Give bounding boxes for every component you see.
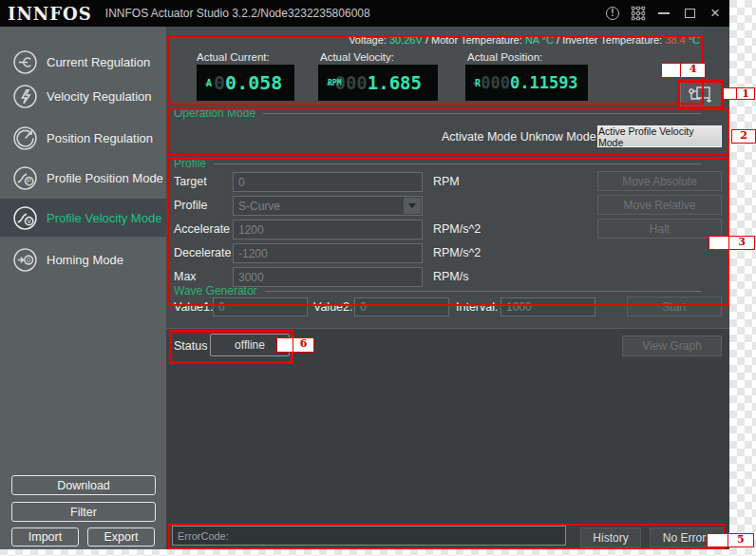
horizontal-divider: [166, 328, 729, 329]
halt-button[interactable]: Halt: [597, 219, 722, 239]
actual-current-display: -00.058A: [197, 65, 294, 101]
sidebar-item-profile-position-mode[interactable]: P Profile Position Mode: [0, 159, 166, 197]
actual-position-display: -0000.11593R: [465, 65, 588, 101]
velocity-regulation-icon: [12, 84, 38, 109]
sidebar: Current Regulation Velocity Regulation P…: [0, 27, 166, 549]
profile-position-mode-icon: P: [12, 165, 38, 191]
target-input[interactable]: 0: [233, 172, 423, 192]
max-unit: RPM/s: [433, 270, 469, 283]
svg-text:0: 0: [27, 256, 31, 264]
maximize-button[interactable]: [681, 5, 698, 22]
value2-input[interactable]: 0: [354, 297, 449, 316]
decelerate-unit: RPM/s^2: [433, 246, 481, 259]
operation-mode-title: Operation Mode: [174, 106, 255, 120]
accelerate-unit: RPM/s^2: [433, 222, 481, 236]
profile-title: Profile: [174, 157, 206, 170]
profile-velocity-mode-icon: V: [12, 205, 38, 231]
download-button[interactable]: Download: [11, 475, 156, 495]
grid-network-icon[interactable]: [630, 5, 647, 22]
position-regulation-icon: [12, 125, 38, 151]
graph-popup-icon: [687, 85, 715, 105]
wave-generator-section: Wave Generator: [174, 284, 701, 297]
decelerate-input[interactable]: -1200: [233, 243, 423, 263]
decelerate-label: Decelerate: [174, 246, 231, 259]
actual-current-label: Actual Current:: [197, 51, 270, 63]
annotation-label-4: 4: [661, 63, 706, 78]
view-graph-button[interactable]: View Graph: [622, 336, 722, 356]
value1-label: Value1:: [174, 300, 213, 314]
current-regulation-icon: [12, 49, 38, 75]
move-absolute-button[interactable]: Move Absolute: [597, 171, 722, 191]
import-button[interactable]: Import: [11, 527, 79, 546]
actual-velocity-display: -0001.685RPM: [318, 65, 438, 101]
app-window: INNFOS INNFOS Actuator Studio 3.2.2/Node…: [0, 0, 729, 549]
annotation-label-3: 3: [709, 236, 755, 250]
max-label: Max: [174, 270, 197, 283]
profile-section: Profile: [174, 157, 701, 170]
sidebar-item-profile-velocity-mode[interactable]: V Profile Velocity Mode: [0, 199, 166, 237]
export-button[interactable]: Export: [87, 527, 155, 546]
target-label: Target: [174, 175, 207, 188]
accelerate-label: Accelerate: [174, 222, 230, 236]
homing-mode-icon: 0: [12, 247, 38, 273]
operation-mode-section: Operation Mode: [174, 106, 701, 120]
history-button[interactable]: History: [580, 527, 641, 547]
close-button[interactable]: ×: [707, 5, 724, 22]
svg-text:P: P: [27, 177, 31, 185]
innfos-logo: INNFOS: [0, 4, 105, 24]
sidebar-item-current-regulation[interactable]: Current Regulation: [0, 43, 166, 81]
value2-label: Value2:: [313, 300, 352, 314]
minimize-button[interactable]: [655, 5, 672, 22]
status-label: Status: [174, 339, 207, 353]
telemetry-status-line: Voltage: 30.26V / Motor Temperature: NA …: [171, 34, 700, 46]
move-relative-button[interactable]: Move Relative: [597, 195, 722, 215]
annotation-label-5: 5: [707, 533, 754, 547]
voltage-value: 30.26V: [389, 34, 423, 46]
svg-text:V: V: [27, 217, 32, 225]
activate-mode-text: Activate Mode Unknow Mode: [442, 130, 596, 144]
motor-temperature-value: NA °C: [525, 34, 554, 46]
accelerate-input[interactable]: 1200: [233, 220, 423, 240]
screenshot-stage: INNFOS INNFOS Actuator Studio 3.2.2/Node…: [0, 0, 756, 556]
actual-velocity-label: Actual Velocity:: [320, 51, 394, 63]
chevron-down-icon: [404, 198, 421, 214]
profile-select[interactable]: S-Curve: [233, 196, 423, 216]
start-button[interactable]: Start: [627, 297, 722, 316]
sidebar-item-velocity-regulation[interactable]: Velocity Regulation: [0, 77, 166, 115]
target-unit: RPM: [433, 175, 460, 188]
interval-label: Interval:: [456, 300, 498, 314]
graph-popup-button[interactable]: [680, 82, 722, 108]
sidebar-item-homing-mode[interactable]: 0 Homing Mode: [0, 240, 166, 278]
active-profile-velocity-mode-button[interactable]: Active Profile Velocity Mode: [597, 125, 722, 147]
title-bar: INNFOS INNFOS Actuator Studio 3.2.2/Node…: [0, 0, 729, 27]
annotation-label-2: 2: [731, 129, 756, 144]
sidebar-item-position-regulation[interactable]: Position Regulation: [0, 119, 166, 157]
filter-button[interactable]: Filter: [11, 502, 156, 522]
value1-input[interactable]: 0: [213, 297, 308, 316]
wave-generator-title: Wave Generator: [174, 284, 257, 297]
window-title: INNFOS Actuator Studio 3.2.2/Node3232235…: [105, 7, 370, 20]
profile-label: Profile: [174, 199, 207, 212]
interval-input[interactable]: 1000: [501, 297, 595, 316]
actual-position-label: Actual Position:: [467, 51, 542, 63]
inverter-temperature-value: 38.4: [665, 34, 685, 46]
error-code-field[interactable]: [172, 526, 566, 546]
annotation-label-1: 1: [723, 87, 755, 100]
main-lower-panel: [166, 329, 729, 549]
annotation-label-6: 6: [276, 337, 314, 353]
info-icon[interactable]: !: [604, 5, 621, 22]
